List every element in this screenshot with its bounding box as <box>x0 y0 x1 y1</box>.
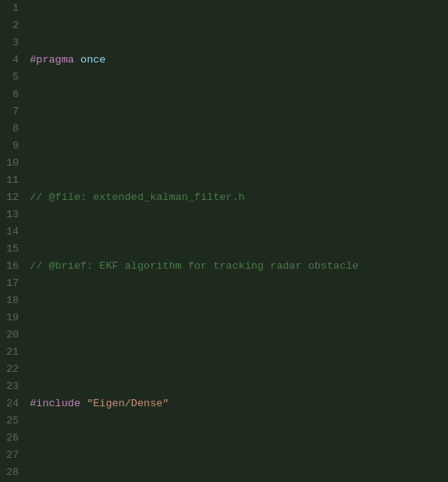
line-num: 6 <box>6 86 19 103</box>
line-num: 28 <box>6 464 19 481</box>
code-line-7 <box>30 464 448 481</box>
code-line-6: #include "Eigen/Dense" <box>30 395 448 412</box>
line-num: 2 <box>6 17 19 34</box>
line-num: 12 <box>6 189 19 206</box>
code-line-3: // @file: extended_kalman_filter.h <box>30 189 448 206</box>
code-line-4: // @brief: EKF algorithm for tracking ra… <box>30 258 448 275</box>
line-num: 8 <box>6 120 19 137</box>
line-num: 7 <box>6 103 19 120</box>
line-num: 25 <box>6 412 19 430</box>
line-num: 15 <box>6 241 19 258</box>
line-num: 17 <box>6 275 19 292</box>
line-num: 20 <box>6 327 19 344</box>
line-num: 24 <box>6 395 19 412</box>
line-num: 3 <box>6 34 19 52</box>
line-num: 13 <box>6 206 19 223</box>
line-num: 21 <box>6 344 19 361</box>
line-num: 18 <box>6 292 19 309</box>
code-editor: 1 2 3 4 5 6 7 8 9 10 11 12 13 14 15 16 1… <box>0 0 448 482</box>
line-num: 19 <box>6 309 19 327</box>
line-num: 11 <box>6 172 19 189</box>
line-num: 10 <box>6 155 19 172</box>
line-num: 27 <box>6 447 19 464</box>
code-line-5 <box>30 327 448 344</box>
line-num: 1 <box>6 0 19 17</box>
code-lines: #pragma once // @file: extended_kalman_f… <box>27 0 448 482</box>
code-line-2 <box>30 120 448 137</box>
line-num: 22 <box>6 361 19 378</box>
line-num: 4 <box>6 52 19 69</box>
line-numbers: 1 2 3 4 5 6 7 8 9 10 11 12 13 14 15 16 1… <box>0 0 27 482</box>
line-num: 23 <box>6 378 19 395</box>
line-num: 14 <box>6 223 19 241</box>
line-num: 9 <box>6 137 19 155</box>
line-num: 26 <box>6 430 19 447</box>
code-line-1: #pragma once <box>30 52 448 69</box>
line-num: 16 <box>6 258 19 275</box>
line-num: 5 <box>6 69 19 86</box>
